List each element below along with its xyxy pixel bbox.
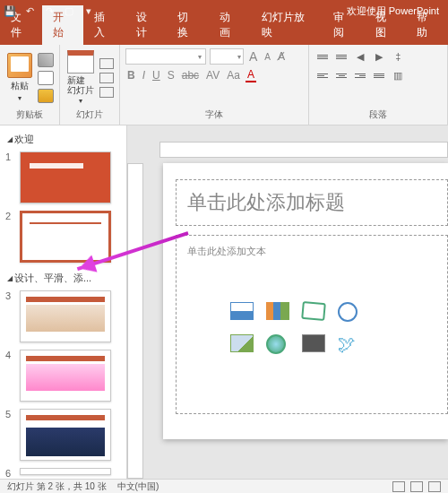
content-placeholder[interactable]: 单击此处添加文本 🕊 xyxy=(176,235,448,414)
redo-icon[interactable]: ↷ xyxy=(43,4,56,17)
qat-more-icon[interactable]: ▾ xyxy=(82,4,95,17)
shadow-button[interactable]: S xyxy=(166,69,177,82)
content-insert-icons: 🕊 xyxy=(230,302,366,359)
font-size-select[interactable]: ▾ xyxy=(210,48,244,65)
slide-thumbnail-2[interactable] xyxy=(20,211,111,263)
clipboard-group-label: 剪贴板 xyxy=(5,107,54,121)
thumb-number: 6 xyxy=(5,468,16,479)
group-paragraph: ◀ ▶ ‡ ▥ 段落 xyxy=(309,45,448,125)
increase-indent-icon[interactable]: ▶ xyxy=(371,48,387,65)
decrease-indent-icon[interactable]: ◀ xyxy=(352,48,368,65)
slide-thumbnail-1[interactable] xyxy=(20,151,111,203)
insert-icon-icon[interactable]: 🕊 xyxy=(338,334,361,352)
columns-icon[interactable]: ▥ xyxy=(390,67,406,83)
strikethrough-button[interactable]: abc xyxy=(180,69,201,82)
format-painter-icon[interactable] xyxy=(38,89,54,103)
decrease-font-icon[interactable]: A xyxy=(263,52,272,62)
char-spacing-button[interactable]: AV xyxy=(204,69,221,82)
font-color-button[interactable]: A xyxy=(246,68,256,82)
tab-animations[interactable]: 动画 xyxy=(209,5,251,45)
justify-icon[interactable] xyxy=(371,67,387,83)
bullets-icon[interactable] xyxy=(314,48,331,65)
underline-button[interactable]: U xyxy=(151,69,162,82)
paste-label: 粘贴 xyxy=(11,80,29,92)
increase-font-icon[interactable]: A xyxy=(247,49,259,64)
paste-icon xyxy=(7,53,32,78)
clear-format-icon[interactable]: A̸ xyxy=(276,50,287,63)
slide-thumbnail-5[interactable] xyxy=(20,409,111,461)
tab-slideshow[interactable]: 幻灯片放映 xyxy=(251,5,323,45)
font-name-select[interactable]: ▾ xyxy=(125,48,206,65)
bold-button[interactable]: B xyxy=(125,69,137,82)
new-slide-button[interactable]: 新建 幻灯片 ▾ xyxy=(65,48,96,107)
slide-thumbnail-3[interactable] xyxy=(20,290,111,342)
thumb-number: 4 xyxy=(5,350,16,402)
ribbon-tabs: 文件 开始 插入 设计 切换 动画 幻灯片放映 审阅 视图 帮助 xyxy=(0,22,448,45)
insert-table-icon[interactable] xyxy=(230,302,254,320)
paragraph-group-label: 段落 xyxy=(314,107,442,121)
group-slides: 新建 幻灯片 ▾ 幻灯片 xyxy=(60,45,120,125)
align-right-icon[interactable] xyxy=(352,67,368,83)
align-left-icon[interactable] xyxy=(314,67,331,83)
title-placeholder[interactable]: 单击此处添加标题 xyxy=(176,179,448,226)
group-clipboard: 粘贴 ▾ 剪贴板 xyxy=(0,45,60,125)
slide-thumbnail-4[interactable] xyxy=(20,350,111,402)
reading-view-icon[interactable] xyxy=(428,481,441,492)
language-indicator[interactable]: 中文(中国) xyxy=(117,480,159,493)
section-welcome[interactable]: ◢欢迎 xyxy=(0,129,126,150)
thumb-number: 2 xyxy=(5,211,16,263)
workspace: ◢欢迎 1 2 ◢设计、平滑、添... 3 4 5 6 xyxy=(0,125,448,479)
paste-button[interactable]: 粘贴 ▾ xyxy=(5,51,34,104)
insert-3d-icon[interactable] xyxy=(338,302,358,322)
tab-design[interactable]: 设计 xyxy=(125,5,168,45)
chevron-down-icon: ▾ xyxy=(18,94,22,102)
normal-view-icon[interactable] xyxy=(392,481,405,492)
tab-review[interactable]: 审阅 xyxy=(323,5,365,45)
status-bar: 幻灯片 第 2 张，共 10 张 中文(中国) xyxy=(0,479,448,493)
group-font: ▾ ▾ A A A̸ B I U S abc AV Aa A 字体 xyxy=(120,45,309,125)
sorter-view-icon[interactable] xyxy=(410,481,423,492)
start-from-beginning-icon[interactable]: ▢ xyxy=(63,4,75,17)
section-design[interactable]: ◢设计、平滑、添... xyxy=(0,268,126,289)
font-group-label: 字体 xyxy=(125,107,303,121)
undo-icon[interactable]: ↶ xyxy=(23,4,36,17)
insert-picture-icon[interactable] xyxy=(230,334,254,352)
ribbon: 粘贴 ▾ 剪贴板 新建 幻灯片 ▾ 幻灯片 xyxy=(0,45,448,125)
cut-icon[interactable] xyxy=(38,53,54,67)
copy-icon[interactable] xyxy=(38,71,54,85)
slide-counter[interactable]: 幻灯片 第 2 张，共 10 张 xyxy=(7,480,107,493)
chevron-down-icon: ▾ xyxy=(79,97,82,105)
align-center-icon[interactable] xyxy=(333,67,349,83)
slide-thumbnail-6[interactable] xyxy=(20,468,111,475)
new-slide-label: 新建 幻灯片 xyxy=(67,75,94,95)
insert-chart-icon[interactable] xyxy=(266,302,289,320)
numbering-icon[interactable] xyxy=(333,48,349,65)
thumb-number: 3 xyxy=(5,290,16,342)
change-case-button[interactable]: Aa xyxy=(225,69,242,82)
new-slide-icon xyxy=(67,50,94,74)
line-spacing-icon[interactable]: ‡ xyxy=(390,48,406,65)
title-placeholder-text: 单击此处添加标题 xyxy=(187,189,436,216)
insert-video-icon[interactable] xyxy=(302,334,325,352)
layout-icon[interactable] xyxy=(99,58,114,69)
horizontal-ruler[interactable] xyxy=(159,142,448,158)
save-icon[interactable]: 💾 xyxy=(4,4,16,17)
slide-editor: 单击此处添加标题 单击此处添加文本 🕊 xyxy=(127,125,448,479)
tab-view[interactable]: 视图 xyxy=(365,5,407,45)
section-icon[interactable] xyxy=(99,87,114,98)
content-placeholder-text: 单击此处添加文本 xyxy=(187,245,436,258)
slides-group-label: 幻灯片 xyxy=(65,107,114,121)
tab-help[interactable]: 帮助 xyxy=(406,5,448,45)
thumb-number: 1 xyxy=(5,151,16,203)
slide-canvas[interactable]: 单击此处添加标题 单击此处添加文本 🕊 xyxy=(163,163,448,439)
tab-transitions[interactable]: 切换 xyxy=(167,5,209,45)
insert-online-picture-icon[interactable] xyxy=(266,334,286,354)
slide-thumbnails-pane[interactable]: ◢欢迎 1 2 ◢设计、平滑、添... 3 4 5 6 xyxy=(0,125,127,479)
italic-button[interactable]: I xyxy=(141,69,147,82)
vertical-ruler[interactable] xyxy=(127,163,143,479)
reset-icon[interactable] xyxy=(99,73,114,83)
insert-smartart-icon[interactable] xyxy=(301,301,326,321)
thumb-number: 5 xyxy=(5,409,16,461)
